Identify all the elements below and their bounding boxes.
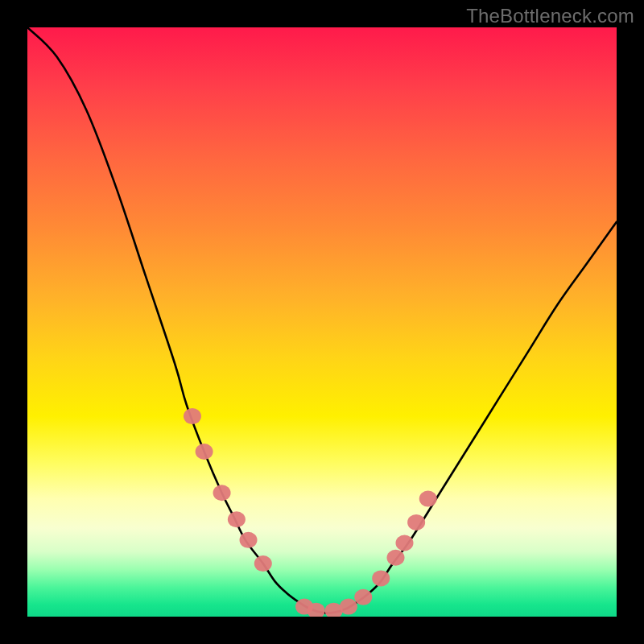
highlight-marker (340, 599, 357, 615)
highlight-markers (184, 408, 437, 617)
highlight-marker (395, 535, 413, 551)
plot-area (27, 27, 617, 617)
watermark-text: TheBottleneck.com (466, 5, 634, 27)
highlight-marker (254, 555, 272, 572)
highlight-marker (196, 444, 213, 460)
highlight-marker (419, 491, 437, 507)
highlight-marker (372, 570, 390, 586)
bottleneck-curve (27, 27, 617, 613)
highlight-marker (387, 550, 405, 566)
highlight-marker (213, 485, 231, 501)
highlight-marker (240, 532, 258, 548)
highlight-marker (184, 408, 201, 424)
highlight-marker (228, 511, 246, 527)
highlight-marker (354, 589, 372, 605)
chart-frame: TheBottleneck.com (0, 0, 644, 644)
highlight-marker (407, 514, 425, 530)
curve-svg (27, 27, 617, 617)
